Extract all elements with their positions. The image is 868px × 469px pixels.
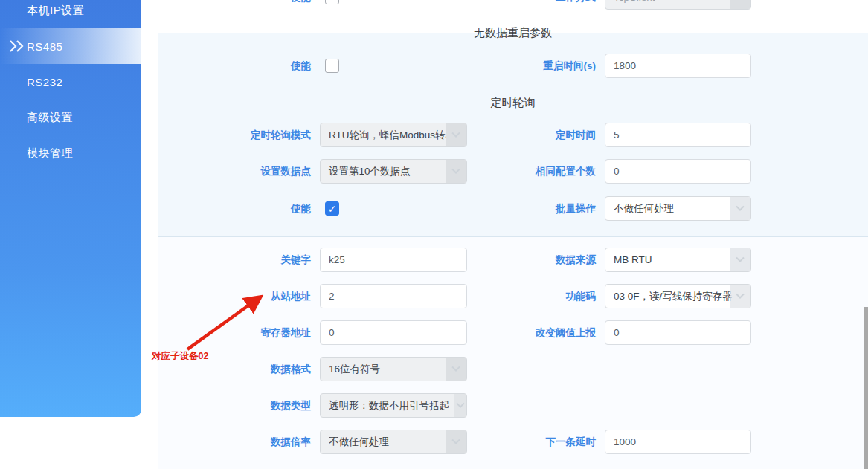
row-data-type: 数据类型 透明形：数据不用引号括起 bbox=[158, 393, 868, 418]
threshold-input[interactable] bbox=[605, 320, 751, 345]
main-content: 使能 工作方式 TcpClient 无数据重启参数 使能 重启 bbox=[158, 0, 868, 469]
section-divider-restart: 无数据重启参数 bbox=[158, 25, 868, 41]
next-delay-input[interactable] bbox=[605, 430, 751, 454]
chevron-down-icon bbox=[446, 160, 466, 183]
same-config-label: 相同配置个数 bbox=[467, 165, 605, 178]
row-work-mode: 使能 工作方式 TcpClient bbox=[158, 0, 868, 10]
sidebar: 本机IP设置 RS485 RS232 高级设置 模块管理 bbox=[0, 0, 141, 417]
slave-address-label: 从站地址 bbox=[158, 290, 320, 303]
register-address-label: 寄存器地址 bbox=[158, 326, 320, 340]
function-code-select[interactable]: 03 0F，读/写线保持寄存器 bbox=[605, 284, 751, 308]
data-type-select[interactable]: 透明形：数据不用引号括起 bbox=[320, 393, 467, 418]
chevron-down-icon bbox=[730, 0, 750, 9]
chevron-down-icon bbox=[446, 123, 466, 146]
page: 本机IP设置 RS485 RS232 高级设置 模块管理 bbox=[0, 0, 868, 469]
next-delay-label: 下一条延时 bbox=[467, 436, 605, 449]
row-slave: 从站地址 功能码 03 0F，读/写线保持寄存器 bbox=[158, 284, 868, 308]
annotation-text: 对应子设备02 bbox=[152, 350, 208, 363]
sidebar-menu: 本机IP设置 RS485 RS232 高级设置 模块管理 bbox=[0, 0, 141, 171]
chevron-down-icon bbox=[730, 248, 750, 271]
enable-checkbox-restart[interactable] bbox=[325, 59, 339, 73]
datapoint-label: 设置数据点 bbox=[158, 165, 320, 178]
datapoint-select[interactable]: 设置第10个数据点 bbox=[320, 159, 467, 184]
chevron-down-icon bbox=[454, 394, 466, 417]
row-data-ratio: 数据倍率 不做任何处理 下一条延时 bbox=[158, 430, 868, 454]
chevron-down-icon bbox=[730, 285, 750, 308]
sidebar-item-advanced[interactable]: 高级设置 bbox=[0, 100, 141, 135]
section-title-restart: 无数据重启参数 bbox=[474, 26, 552, 40]
row-keyword: 关键字 数据来源 MB RTU bbox=[158, 248, 868, 272]
section-divider-poll: 定时轮询 bbox=[158, 94, 868, 111]
row-poll-mode: 定时轮询模式 RTU轮询，蜂信Modbus转JS 定时时间 bbox=[158, 123, 868, 147]
data-ratio-select[interactable]: 不做任何处理 bbox=[320, 430, 467, 454]
data-type-label: 数据类型 bbox=[158, 399, 320, 413]
row-datapoint: 设置数据点 设置第10个数据点 相同配置个数 bbox=[158, 159, 868, 184]
sidebar-item-rs232[interactable]: RS232 bbox=[0, 64, 141, 100]
data-format-select[interactable]: 16位有符号 bbox=[320, 357, 467, 381]
slave-address-input[interactable] bbox=[320, 284, 467, 308]
row-restart: 使能 重启时间(s) bbox=[158, 54, 868, 78]
poll-mode-select[interactable]: RTU轮询，蜂信Modbus转JS bbox=[320, 123, 467, 147]
sidebar-item-label: RS485 bbox=[27, 40, 62, 53]
divider-line bbox=[158, 236, 868, 237]
keyword-label: 关键字 bbox=[158, 253, 320, 267]
work-mode-select[interactable]: TcpClient bbox=[605, 0, 751, 10]
batch-select[interactable]: 不做任何处理 bbox=[605, 196, 751, 221]
data-format-label: 数据格式 bbox=[158, 363, 320, 376]
poll-mode-label: 定时轮询模式 bbox=[158, 129, 320, 142]
double-chevron-right-icon bbox=[9, 40, 25, 52]
row-data-format: 数据格式 16位有符号 bbox=[158, 357, 868, 381]
poll-time-input[interactable] bbox=[605, 123, 751, 147]
sidebar-item-label: 本机IP设置 bbox=[27, 4, 84, 18]
enable-label-poll: 使能 bbox=[158, 202, 320, 216]
chevron-down-icon bbox=[446, 358, 466, 381]
register-address-input[interactable] bbox=[320, 320, 467, 345]
keyword-input[interactable] bbox=[320, 248, 467, 272]
function-code-label: 功能码 bbox=[467, 290, 605, 303]
chevron-down-icon bbox=[730, 197, 750, 220]
sidebar-item-rs485[interactable]: RS485 bbox=[0, 28, 141, 64]
data-ratio-label: 数据倍率 bbox=[158, 436, 320, 449]
chevron-down-icon bbox=[446, 430, 466, 453]
batch-label: 批量操作 bbox=[467, 202, 605, 216]
restart-time-label: 重启时间(s) bbox=[467, 59, 605, 73]
sidebar-item-label: 模块管理 bbox=[27, 146, 73, 161]
vertical-scrollbar-thumb[interactable] bbox=[864, 307, 868, 469]
restart-time-input[interactable] bbox=[605, 54, 751, 78]
row-batch: 使能 ✓ 批量操作 不做任何处理 bbox=[158, 196, 868, 221]
enable-checkbox-top[interactable] bbox=[325, 0, 339, 4]
enable-label-top: 使能 bbox=[158, 0, 320, 4]
row-register: 寄存器地址 改变阈值上报 bbox=[158, 320, 868, 345]
work-mode-label: 工作方式 bbox=[467, 0, 605, 4]
threshold-label: 改变阈值上报 bbox=[467, 326, 605, 340]
same-config-input[interactable] bbox=[605, 159, 751, 184]
enable-label-restart: 使能 bbox=[158, 59, 320, 73]
enable-checkbox-poll[interactable]: ✓ bbox=[325, 201, 339, 216]
data-source-select[interactable]: MB RTU bbox=[605, 248, 751, 272]
sidebar-item-local-ip[interactable]: 本机IP设置 bbox=[0, 0, 141, 28]
sidebar-item-label: 高级设置 bbox=[27, 111, 73, 125]
poll-time-label: 定时时间 bbox=[467, 129, 605, 142]
section-title-poll: 定时轮询 bbox=[491, 96, 536, 110]
data-source-label: 数据来源 bbox=[467, 253, 605, 267]
sidebar-item-label: RS232 bbox=[27, 76, 62, 88]
sidebar-item-module[interactable]: 模块管理 bbox=[0, 135, 141, 171]
